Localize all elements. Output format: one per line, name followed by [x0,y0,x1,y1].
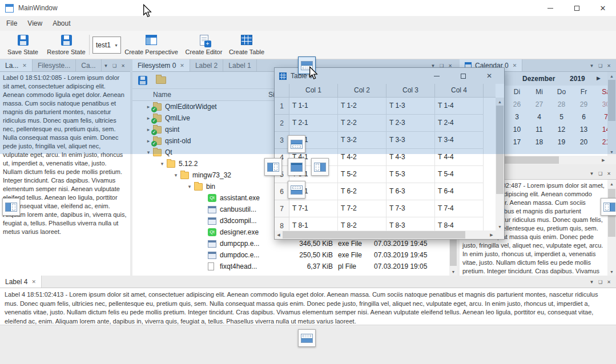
dock-undock-icon[interactable]: ❏ [596,63,605,68]
calendar-day[interactable]: 29 [573,98,595,111]
create-editor-button[interactable]: Create Editor [182,33,226,57]
drop-indicator-left-edge[interactable] [2,198,20,216]
column-header-col-4[interactable]: Col 4 [435,84,484,97]
table-cell[interactable]: T 3-4 [435,132,484,149]
table-cell[interactable]: T 5-3 [386,166,435,183]
dock-menu-icon[interactable]: ▼ [587,63,596,68]
calendar-day[interactable]: 19 [550,136,573,148]
table-cell[interactable]: T 7-4 [435,200,484,217]
menu-item-file[interactable]: File [1,17,22,30]
next-month-icon[interactable] [597,75,601,81]
floating-table-window[interactable]: Table 0 ✕ Col 1Col 2Col 3Col 4 1T 1-1T 1… [274,67,505,240]
table-cell[interactable]: T 1-4 [435,98,484,115]
tree-row[interactable]: dumpcpp.e...346,50 KiBexe File07.03.2019… [132,238,457,249]
tree-row[interactable]: dumpdoc.e...250,50 KiBexe File07.03.2019… [132,249,457,261]
scroll-right-icon[interactable] [488,230,496,239]
tab-label-2[interactable]: Label 2 [190,59,223,71]
tab-close-icon[interactable]: ✕ [31,279,36,285]
drop-indicator-bottom-edge[interactable] [298,329,316,347]
table-cell[interactable]: T 3-3 [386,132,435,149]
drop-indicator-top[interactable] [288,135,305,153]
restore-state-button[interactable]: Restore State [45,33,88,57]
calendar-day[interactable]: 14 [595,123,607,136]
table-cell[interactable]: T 2-2 [338,115,386,132]
dock-menu-icon[interactable]: ▼ [587,280,596,285]
calendar-day[interactable]: 20 [573,136,595,148]
table-cell[interactable]: T 2-3 [386,115,435,132]
calendar-day[interactable]: 26 [506,98,528,111]
scroll-left-icon[interactable] [275,230,283,239]
calendar-day[interactable]: 27 [528,98,550,111]
save-state-button[interactable]: Save State [2,33,43,57]
dock-close-icon[interactable]: ✕ [605,63,613,68]
table-cell[interactable]: T 5-4 [435,166,484,183]
tree-row[interactable]: fixqt4head...6,37 KiBpl File07.03.2019 1… [132,261,457,272]
menu-item-about[interactable]: About [47,17,75,30]
tree-expand-icon[interactable]: ▾ [186,184,193,189]
tab-label-1[interactable]: Label 1 [223,59,256,71]
dock-close-icon[interactable]: ✕ [605,280,613,285]
tree-expand-icon[interactable]: ▾ [145,149,152,155]
create-perspective-button[interactable]: Create Perspective [123,33,179,57]
float-maximize-button[interactable] [452,70,474,82]
calendar-day[interactable]: 12 [550,123,573,136]
dock-menu-icon[interactable]: ▼ [102,63,110,68]
table-cell[interactable]: T 6-2 [338,183,386,200]
table-cell[interactable]: T 6-3 [386,183,435,200]
table-cell[interactable]: T 1-3 [386,98,435,115]
horizontal-scrollbar[interactable] [275,230,496,239]
table-cell[interactable]: T 1-1 [289,98,338,115]
scrollbar-thumb[interactable] [608,80,615,121]
calendar-month[interactable]: Dezember [522,75,555,83]
drop-indicator-bottom[interactable] [288,181,305,199]
row-header[interactable]: 8 [275,217,289,230]
calendar-year[interactable]: 2019 [570,75,585,83]
calendar-day[interactable]: 13 [573,123,595,136]
scroll-up-icon[interactable] [607,72,616,80]
column-header-name[interactable]: Name [153,91,171,99]
vertical-scrollbar[interactable] [607,72,616,156]
vertical-scrollbar[interactable] [496,98,504,230]
table-cell[interactable]: T 4-2 [338,149,386,166]
dock-undock-icon[interactable]: ❏ [596,171,605,176]
tab-filesyste[interactable]: Filesyste... [33,59,76,71]
table-cell[interactable]: T 6-4 [435,183,484,200]
drop-indicator-center[interactable] [288,158,305,176]
drop-indicator-right[interactable] [311,158,329,176]
scroll-right-icon[interactable] [599,156,607,164]
scroll-down-icon[interactable] [607,268,616,276]
drop-indicator-right-edge[interactable] [601,198,616,216]
table-cell[interactable]: T 4-4 [435,149,484,166]
dock-undock-icon[interactable]: ❏ [110,63,119,68]
tab-close-icon[interactable]: ✕ [180,63,184,68]
dock-menu-icon[interactable]: ▼ [587,171,596,176]
calendar-day[interactable]: 11 [528,123,550,136]
table-cell[interactable]: T 8-2 [338,217,386,230]
calendar-day[interactable]: 5 [550,111,573,123]
tab-close-icon[interactable]: ✕ [22,63,27,68]
table-cell[interactable]: T 1-2 [338,98,386,115]
scrollbar-thumb[interactable] [496,106,504,194]
calendar-day[interactable]: 7 [595,111,607,123]
tab-la[interactable]: La...✕ [0,59,33,71]
row-header[interactable]: 2 [275,115,289,132]
perspective-combobox[interactable]: test1 ▾ [92,37,121,54]
calendar-day[interactable]: 28 [550,98,573,111]
column-header-col-3[interactable]: Col 3 [386,84,435,97]
tab-label-4[interactable]: Label 4 ✕ [0,276,42,288]
table-cell[interactable]: T 7-3 [386,200,435,217]
menu-item-view[interactable]: View [22,17,47,30]
minimize-button[interactable] [537,0,563,16]
calendar-day[interactable]: 3 [506,111,528,123]
tab-filesystem-0[interactable]: Filesystem 0✕ [132,59,190,71]
table-cell[interactable]: T 7-1 [289,200,338,217]
calendar-day[interactable]: 10 [506,123,528,136]
filesystem-open-folder-button[interactable] [154,74,168,87]
vertical-scrollbar[interactable] [607,180,616,276]
column-header-col-1[interactable]: Col 1 [289,84,338,97]
tree-expand-icon[interactable]: ▾ [172,172,179,178]
scroll-down-icon[interactable] [496,223,504,230]
row-header[interactable]: 1 [275,98,289,115]
calendar-day[interactable]: 30 [595,98,607,111]
table-cell[interactable]: T 8-4 [435,217,484,230]
